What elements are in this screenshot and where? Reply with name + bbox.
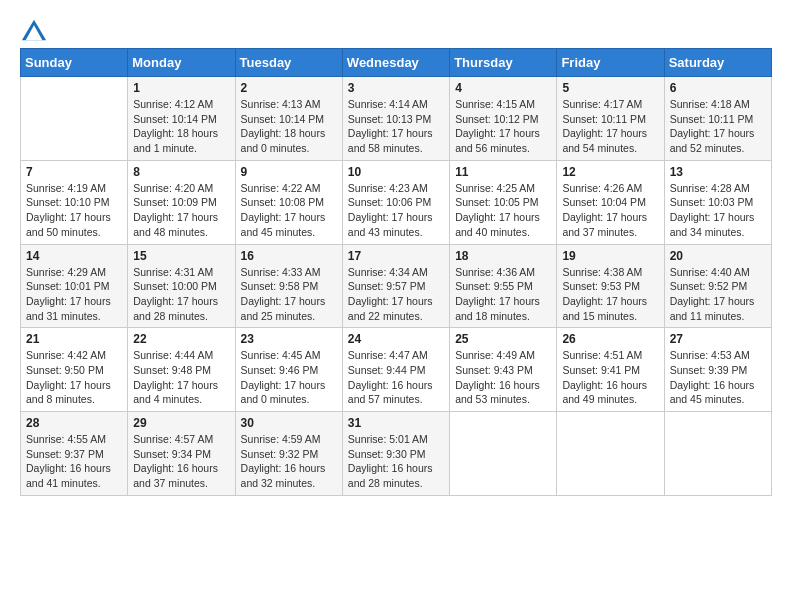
weekday-header-friday: Friday — [557, 49, 664, 77]
weekday-header-monday: Monday — [128, 49, 235, 77]
calendar-cell — [557, 412, 664, 496]
day-number: 29 — [133, 416, 229, 430]
calendar-table: SundayMondayTuesdayWednesdayThursdayFrid… — [20, 48, 772, 496]
weekday-header-thursday: Thursday — [450, 49, 557, 77]
calendar-week-5: 28Sunrise: 4:55 AM Sunset: 9:37 PM Dayli… — [21, 412, 772, 496]
day-info: Sunrise: 4:12 AM Sunset: 10:14 PM Daylig… — [133, 97, 229, 156]
day-number: 7 — [26, 165, 122, 179]
calendar-cell: 27Sunrise: 4:53 AM Sunset: 9:39 PM Dayli… — [664, 328, 771, 412]
day-info: Sunrise: 4:49 AM Sunset: 9:43 PM Dayligh… — [455, 348, 551, 407]
calendar-cell: 6Sunrise: 4:18 AM Sunset: 10:11 PM Dayli… — [664, 77, 771, 161]
weekday-header-wednesday: Wednesday — [342, 49, 449, 77]
day-number: 30 — [241, 416, 337, 430]
weekday-header-sunday: Sunday — [21, 49, 128, 77]
day-number: 23 — [241, 332, 337, 346]
calendar-cell: 20Sunrise: 4:40 AM Sunset: 9:52 PM Dayli… — [664, 244, 771, 328]
day-info: Sunrise: 4:14 AM Sunset: 10:13 PM Daylig… — [348, 97, 444, 156]
calendar-cell: 22Sunrise: 4:44 AM Sunset: 9:48 PM Dayli… — [128, 328, 235, 412]
day-info: Sunrise: 4:28 AM Sunset: 10:03 PM Daylig… — [670, 181, 766, 240]
logo-icon — [20, 16, 48, 44]
calendar-cell: 30Sunrise: 4:59 AM Sunset: 9:32 PM Dayli… — [235, 412, 342, 496]
calendar-cell: 28Sunrise: 4:55 AM Sunset: 9:37 PM Dayli… — [21, 412, 128, 496]
day-number: 22 — [133, 332, 229, 346]
calendar-cell: 16Sunrise: 4:33 AM Sunset: 9:58 PM Dayli… — [235, 244, 342, 328]
day-number: 16 — [241, 249, 337, 263]
day-number: 2 — [241, 81, 337, 95]
logo — [20, 16, 52, 44]
weekday-header-saturday: Saturday — [664, 49, 771, 77]
day-info: Sunrise: 4:25 AM Sunset: 10:05 PM Daylig… — [455, 181, 551, 240]
calendar-cell: 11Sunrise: 4:25 AM Sunset: 10:05 PM Dayl… — [450, 160, 557, 244]
calendar-cell: 5Sunrise: 4:17 AM Sunset: 10:11 PM Dayli… — [557, 77, 664, 161]
calendar-week-4: 21Sunrise: 4:42 AM Sunset: 9:50 PM Dayli… — [21, 328, 772, 412]
calendar-cell: 21Sunrise: 4:42 AM Sunset: 9:50 PM Dayli… — [21, 328, 128, 412]
calendar-cell: 18Sunrise: 4:36 AM Sunset: 9:55 PM Dayli… — [450, 244, 557, 328]
calendar-cell: 13Sunrise: 4:28 AM Sunset: 10:03 PM Dayl… — [664, 160, 771, 244]
day-info: Sunrise: 4:42 AM Sunset: 9:50 PM Dayligh… — [26, 348, 122, 407]
calendar-cell: 19Sunrise: 4:38 AM Sunset: 9:53 PM Dayli… — [557, 244, 664, 328]
day-number: 12 — [562, 165, 658, 179]
calendar-cell: 1Sunrise: 4:12 AM Sunset: 10:14 PM Dayli… — [128, 77, 235, 161]
day-info: Sunrise: 4:29 AM Sunset: 10:01 PM Daylig… — [26, 265, 122, 324]
calendar-week-3: 14Sunrise: 4:29 AM Sunset: 10:01 PM Dayl… — [21, 244, 772, 328]
day-number: 14 — [26, 249, 122, 263]
day-number: 10 — [348, 165, 444, 179]
day-number: 27 — [670, 332, 766, 346]
day-number: 5 — [562, 81, 658, 95]
day-number: 11 — [455, 165, 551, 179]
day-number: 6 — [670, 81, 766, 95]
calendar-cell: 31Sunrise: 5:01 AM Sunset: 9:30 PM Dayli… — [342, 412, 449, 496]
weekday-header-tuesday: Tuesday — [235, 49, 342, 77]
day-info: Sunrise: 4:33 AM Sunset: 9:58 PM Dayligh… — [241, 265, 337, 324]
calendar-week-2: 7Sunrise: 4:19 AM Sunset: 10:10 PM Dayli… — [21, 160, 772, 244]
calendar-cell: 10Sunrise: 4:23 AM Sunset: 10:06 PM Dayl… — [342, 160, 449, 244]
day-number: 21 — [26, 332, 122, 346]
weekday-header-row: SundayMondayTuesdayWednesdayThursdayFrid… — [21, 49, 772, 77]
day-number: 19 — [562, 249, 658, 263]
day-number: 24 — [348, 332, 444, 346]
day-info: Sunrise: 4:31 AM Sunset: 10:00 PM Daylig… — [133, 265, 229, 324]
day-info: Sunrise: 4:34 AM Sunset: 9:57 PM Dayligh… — [348, 265, 444, 324]
calendar-cell: 9Sunrise: 4:22 AM Sunset: 10:08 PM Dayli… — [235, 160, 342, 244]
calendar-week-1: 1Sunrise: 4:12 AM Sunset: 10:14 PM Dayli… — [21, 77, 772, 161]
day-info: Sunrise: 4:22 AM Sunset: 10:08 PM Daylig… — [241, 181, 337, 240]
calendar-cell: 2Sunrise: 4:13 AM Sunset: 10:14 PM Dayli… — [235, 77, 342, 161]
day-number: 8 — [133, 165, 229, 179]
calendar-cell: 3Sunrise: 4:14 AM Sunset: 10:13 PM Dayli… — [342, 77, 449, 161]
day-info: Sunrise: 4:45 AM Sunset: 9:46 PM Dayligh… — [241, 348, 337, 407]
calendar-cell: 4Sunrise: 4:15 AM Sunset: 10:12 PM Dayli… — [450, 77, 557, 161]
day-number: 3 — [348, 81, 444, 95]
calendar-cell: 26Sunrise: 4:51 AM Sunset: 9:41 PM Dayli… — [557, 328, 664, 412]
day-number: 20 — [670, 249, 766, 263]
day-info: Sunrise: 4:59 AM Sunset: 9:32 PM Dayligh… — [241, 432, 337, 491]
calendar-cell: 7Sunrise: 4:19 AM Sunset: 10:10 PM Dayli… — [21, 160, 128, 244]
day-info: Sunrise: 4:36 AM Sunset: 9:55 PM Dayligh… — [455, 265, 551, 324]
header — [20, 10, 772, 44]
day-info: Sunrise: 4:17 AM Sunset: 10:11 PM Daylig… — [562, 97, 658, 156]
calendar-cell: 24Sunrise: 4:47 AM Sunset: 9:44 PM Dayli… — [342, 328, 449, 412]
calendar-cell — [450, 412, 557, 496]
day-info: Sunrise: 4:20 AM Sunset: 10:09 PM Daylig… — [133, 181, 229, 240]
day-info: Sunrise: 4:38 AM Sunset: 9:53 PM Dayligh… — [562, 265, 658, 324]
calendar-cell: 17Sunrise: 4:34 AM Sunset: 9:57 PM Dayli… — [342, 244, 449, 328]
calendar-cell: 14Sunrise: 4:29 AM Sunset: 10:01 PM Dayl… — [21, 244, 128, 328]
day-info: Sunrise: 4:44 AM Sunset: 9:48 PM Dayligh… — [133, 348, 229, 407]
day-info: Sunrise: 4:23 AM Sunset: 10:06 PM Daylig… — [348, 181, 444, 240]
day-info: Sunrise: 4:18 AM Sunset: 10:11 PM Daylig… — [670, 97, 766, 156]
calendar-cell: 23Sunrise: 4:45 AM Sunset: 9:46 PM Dayli… — [235, 328, 342, 412]
day-number: 31 — [348, 416, 444, 430]
day-number: 4 — [455, 81, 551, 95]
day-info: Sunrise: 4:53 AM Sunset: 9:39 PM Dayligh… — [670, 348, 766, 407]
calendar-cell: 12Sunrise: 4:26 AM Sunset: 10:04 PM Dayl… — [557, 160, 664, 244]
day-number: 28 — [26, 416, 122, 430]
day-info: Sunrise: 4:47 AM Sunset: 9:44 PM Dayligh… — [348, 348, 444, 407]
day-info: Sunrise: 4:51 AM Sunset: 9:41 PM Dayligh… — [562, 348, 658, 407]
calendar-cell: 29Sunrise: 4:57 AM Sunset: 9:34 PM Dayli… — [128, 412, 235, 496]
day-info: Sunrise: 5:01 AM Sunset: 9:30 PM Dayligh… — [348, 432, 444, 491]
day-info: Sunrise: 4:55 AM Sunset: 9:37 PM Dayligh… — [26, 432, 122, 491]
day-number: 25 — [455, 332, 551, 346]
day-info: Sunrise: 4:19 AM Sunset: 10:10 PM Daylig… — [26, 181, 122, 240]
day-number: 13 — [670, 165, 766, 179]
day-number: 18 — [455, 249, 551, 263]
calendar-cell — [664, 412, 771, 496]
